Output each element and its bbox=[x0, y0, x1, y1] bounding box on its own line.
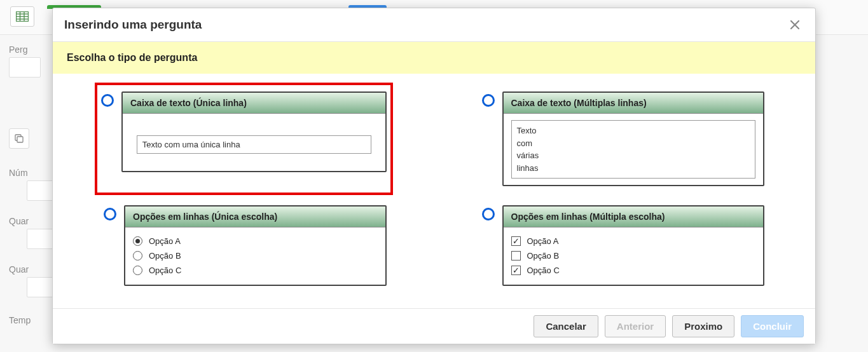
svg-rect-7 bbox=[17, 137, 23, 142]
option-radio-list[interactable]: Opções em linhas (Única escolha) Opção A… bbox=[104, 205, 387, 286]
sample-checkbox-label: Opção C bbox=[527, 266, 560, 275]
sample-checkbox-row: Opção B bbox=[511, 248, 756, 263]
option-checkbox-list[interactable]: Opções em linhas (Múltipla escolha) ✓Opç… bbox=[482, 205, 765, 286]
sample-checkbox-label: Opção A bbox=[527, 236, 559, 246]
preview-multi-line: Caixa de texto (Múltiplas linhas) Texto … bbox=[502, 91, 765, 186]
table-icon[interactable] bbox=[10, 6, 34, 27]
bg-label: Quar bbox=[9, 216, 29, 226]
preview-checkbox-list: Opções em linhas (Múltipla escolha) ✓Opç… bbox=[502, 205, 765, 286]
bg-label: Quar bbox=[9, 264, 29, 274]
next-button[interactable]: Proximo bbox=[672, 315, 734, 337]
modal-header: Inserindo uma pergunta bbox=[53, 8, 815, 42]
insert-question-modal: Inserindo uma pergunta Escolha o tipo de… bbox=[52, 8, 816, 344]
option-single-line[interactable]: Caixa de texto (Única linha) bbox=[101, 91, 387, 172]
sample-radio-icon bbox=[133, 251, 142, 261]
copy-icon[interactable] bbox=[9, 128, 29, 149]
radio-single-line[interactable] bbox=[101, 94, 114, 107]
sample-radio-row: Opção B bbox=[133, 248, 378, 263]
multi-line-sample: Texto com várias linhas bbox=[511, 120, 756, 179]
bg-input-stub bbox=[9, 57, 41, 78]
card-title: Caixa de texto (Múltiplas linhas) bbox=[504, 93, 764, 114]
sample-checkbox-icon: ✓ bbox=[511, 266, 521, 275]
sample-checkbox-icon: ✓ bbox=[511, 236, 521, 246]
modal-title: Inserindo uma pergunta bbox=[64, 18, 202, 32]
close-icon[interactable] bbox=[786, 16, 804, 34]
preview-radio-list: Opções em linhas (Única escolha) Opção A… bbox=[124, 205, 387, 286]
sample-radio-row: Opção A bbox=[133, 234, 378, 248]
sample-checkbox-row: ✓Opção C bbox=[511, 263, 756, 278]
bg-form-labels: Perg bbox=[9, 44, 41, 78]
sample-checkbox-row: ✓Opção A bbox=[511, 234, 756, 248]
finish-button: Concluir bbox=[741, 315, 804, 337]
bg-label: Núm bbox=[9, 168, 28, 178]
previous-button: Anterior bbox=[605, 315, 666, 337]
option-multi-line[interactable]: Caixa de texto (Múltiplas linhas) Texto … bbox=[482, 91, 765, 186]
instruction-banner: Escolha o tipo de pergunta bbox=[53, 42, 815, 74]
preview-single-line: Caixa de texto (Única linha) bbox=[121, 91, 387, 172]
card-title: Caixa de texto (Única linha) bbox=[123, 93, 385, 114]
bg-label: Perg bbox=[9, 44, 41, 55]
radio-radio-list[interactable] bbox=[104, 208, 116, 220]
sample-radio-label: Opção A bbox=[149, 236, 181, 246]
card-title: Opções em linhas (Múltipla escolha) bbox=[504, 206, 764, 227]
modal-body: Escolha o tipo de pergunta Caixa de text… bbox=[53, 42, 815, 308]
single-line-sample-input bbox=[137, 135, 371, 154]
card-title: Opções em linhas (Única escolha) bbox=[125, 206, 385, 227]
sample-radio-icon bbox=[133, 266, 142, 275]
option-single-line-highlight: Caixa de texto (Única linha) bbox=[95, 83, 393, 195]
modal-footer: Cancelar Anterior Proximo Concluir bbox=[53, 308, 815, 344]
sample-radio-icon bbox=[133, 236, 142, 246]
cancel-button[interactable]: Cancelar bbox=[534, 315, 598, 337]
question-type-grid: Caixa de texto (Única linha) Caixa de te… bbox=[53, 91, 815, 286]
radio-checkbox-list[interactable] bbox=[482, 208, 495, 220]
sample-radio-label: Opção C bbox=[149, 266, 181, 275]
sample-checkbox-icon bbox=[511, 251, 521, 261]
radio-multi-line[interactable] bbox=[482, 94, 495, 107]
sample-checkbox-label: Opção B bbox=[527, 251, 560, 261]
bg-label: Temp bbox=[9, 315, 31, 325]
sample-radio-label: Opção B bbox=[149, 251, 181, 261]
sample-radio-row: Opção C bbox=[133, 263, 378, 278]
